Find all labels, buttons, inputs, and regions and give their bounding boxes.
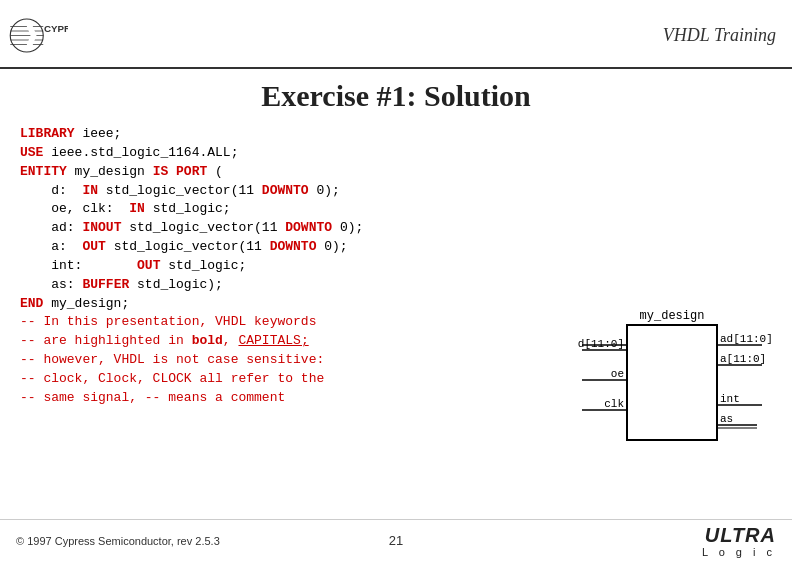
code-line-7: a: OUT std_logic_vector(11 DOWNTO 0); — [20, 238, 562, 257]
code-line-2: USE ieee.std_logic_1164.ALL; — [20, 144, 562, 163]
code-line-15: -- same signal, -- means a comment — [20, 389, 562, 408]
page-number: 21 — [389, 533, 403, 548]
slide-title: Exercise #1: Solution — [0, 79, 792, 113]
code-line-3: ENTITY my_design IS PORT ( — [20, 163, 562, 182]
header: CYPRESS VHDL Training — [0, 0, 792, 69]
code-line-9: as: BUFFER std_logic); — [20, 276, 562, 295]
diagram-title: my_design — [640, 309, 705, 323]
svg-text:oe: oe — [611, 368, 624, 380]
diagram-svg: my_design d[11:0] oe clk — [572, 305, 772, 460]
code-line-4: d: IN std_logic_vector(11 DOWNTO 0); — [20, 182, 562, 201]
code-line-8: int: OUT std_logic; — [20, 257, 562, 276]
svg-text:as: as — [720, 413, 733, 425]
code-line-12: -- are highlighted in bold, CAPITALS; — [20, 332, 562, 351]
logic-text: L o g i c — [702, 546, 776, 558]
code-line-13: -- however, VHDL is not case sensitive: — [20, 351, 562, 370]
code-line-1: LIBRARY ieee; — [20, 125, 562, 144]
code-line-6: ad: INOUT std_logic_vector(11 DOWNTO 0); — [20, 219, 562, 238]
logo-area: CYPRESS — [8, 8, 68, 63]
svg-rect-8 — [627, 325, 717, 440]
block-diagram: my_design d[11:0] oe clk — [572, 305, 772, 460]
ultra-logic-logo: ULTRA L o g i c — [702, 524, 776, 558]
svg-text:d[11:0]: d[11:0] — [578, 338, 624, 350]
main-content: LIBRARY ieee; USE ieee.std_logic_1164.AL… — [0, 121, 792, 460]
svg-text:ad[11:0]: ad[11:0] — [720, 333, 772, 345]
code-line-10: END my_design; — [20, 295, 562, 314]
slide-title-area: Exercise #1: Solution — [0, 69, 792, 121]
footer: © 1997 Cypress Semiconductor, rev 2.5.3 … — [0, 519, 792, 562]
code-line-11: -- In this presentation, VHDL keywords — [20, 313, 562, 332]
code-line-5: oe, clk: IN std_logic; — [20, 200, 562, 219]
vhdl-training-label: VHDL Training — [663, 25, 776, 46]
cypress-logo: CYPRESS — [8, 8, 68, 63]
copyright-text: © 1997 Cypress Semiconductor, rev 2.5.3 — [16, 535, 220, 547]
block-diagram-area: my_design d[11:0] oe clk — [572, 305, 772, 460]
code-line-14: -- clock, Clock, CLOCK all refer to the — [20, 370, 562, 389]
svg-text:CYPRESS: CYPRESS — [44, 23, 68, 34]
svg-text:clk: clk — [604, 398, 624, 410]
ultra-text: ULTRA — [702, 524, 776, 546]
code-block: LIBRARY ieee; USE ieee.std_logic_1164.AL… — [20, 125, 562, 460]
svg-text:a[11:0]: a[11:0] — [720, 353, 766, 365]
svg-text:int: int — [720, 393, 740, 405]
